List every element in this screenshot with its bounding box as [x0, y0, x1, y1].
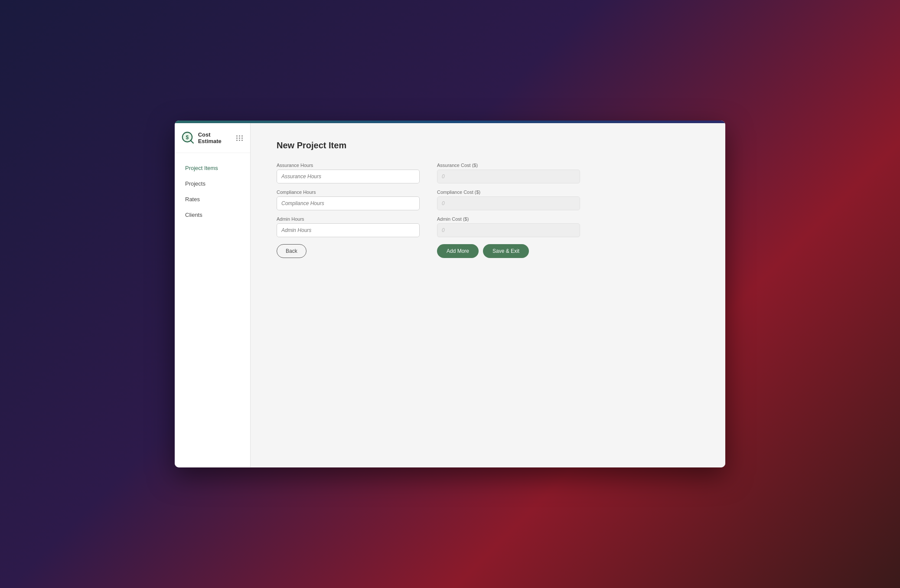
page-title: New Project Item — [277, 140, 699, 150]
compliance-cost-label: Compliance Cost ($) — [437, 189, 580, 195]
compliance-hours-label: Compliance Hours — [277, 189, 420, 195]
save-exit-button[interactable]: Save & Exit — [483, 244, 529, 258]
hours-column: Assurance Hours Compliance Hours Admin H… — [277, 163, 420, 237]
assurance-cost-input — [437, 170, 580, 183]
save-buttons-wrapper: Add More Save & Exit — [437, 244, 580, 258]
compliance-hours-input[interactable] — [277, 196, 420, 210]
form-columns: Assurance Hours Compliance Hours Admin H… — [277, 163, 580, 237]
app-window: $ Cost Estimate Project Items P — [175, 121, 725, 467]
assurance-hours-group: Assurance Hours — [277, 163, 420, 183]
actions-row: Back Add More Save & Exit — [277, 244, 580, 258]
menu-dots-button[interactable] — [236, 135, 243, 141]
assurance-hours-input[interactable] — [277, 170, 420, 183]
sidebar-item-clients[interactable]: Clients — [178, 207, 247, 222]
admin-hours-input[interactable] — [277, 223, 420, 237]
compliance-hours-group: Compliance Hours — [277, 189, 420, 210]
admin-cost-label: Admin Cost ($) — [437, 216, 580, 222]
sidebar-nav: Project Items Projects Rates Clients — [175, 153, 250, 230]
admin-cost-group: Admin Cost ($) — [437, 216, 580, 237]
back-button-wrapper: Back — [277, 244, 420, 258]
cost-column: Assurance Cost ($) Compliance Cost ($) A… — [437, 163, 580, 237]
svg-line-3 — [190, 140, 193, 143]
sidebar-header: $ Cost Estimate — [175, 123, 250, 153]
svg-text:$: $ — [186, 134, 189, 140]
app-logo-icon: $ — [182, 131, 195, 145]
assurance-cost-label: Assurance Cost ($) — [437, 163, 580, 168]
dots-grid — [236, 135, 243, 141]
add-more-button[interactable]: Add More — [437, 244, 479, 258]
sidebar-item-rates[interactable]: Rates — [178, 192, 247, 207]
admin-hours-label: Admin Hours — [277, 216, 420, 222]
compliance-cost-group: Compliance Cost ($) — [437, 189, 580, 210]
app-title: Cost Estimate — [198, 131, 233, 144]
admin-hours-group: Admin Hours — [277, 216, 420, 237]
sidebar-item-project-items[interactable]: Project Items — [178, 160, 247, 176]
sidebar-item-projects[interactable]: Projects — [178, 176, 247, 191]
assurance-cost-group: Assurance Cost ($) — [437, 163, 580, 183]
compliance-cost-input — [437, 196, 580, 210]
assurance-hours-label: Assurance Hours — [277, 163, 420, 168]
sidebar: $ Cost Estimate Project Items P — [175, 123, 251, 467]
admin-cost-input — [437, 223, 580, 237]
app-body: $ Cost Estimate Project Items P — [175, 123, 725, 467]
back-button[interactable]: Back — [277, 244, 307, 258]
main-content: New Project Item Assurance Hours Complia… — [251, 123, 725, 467]
